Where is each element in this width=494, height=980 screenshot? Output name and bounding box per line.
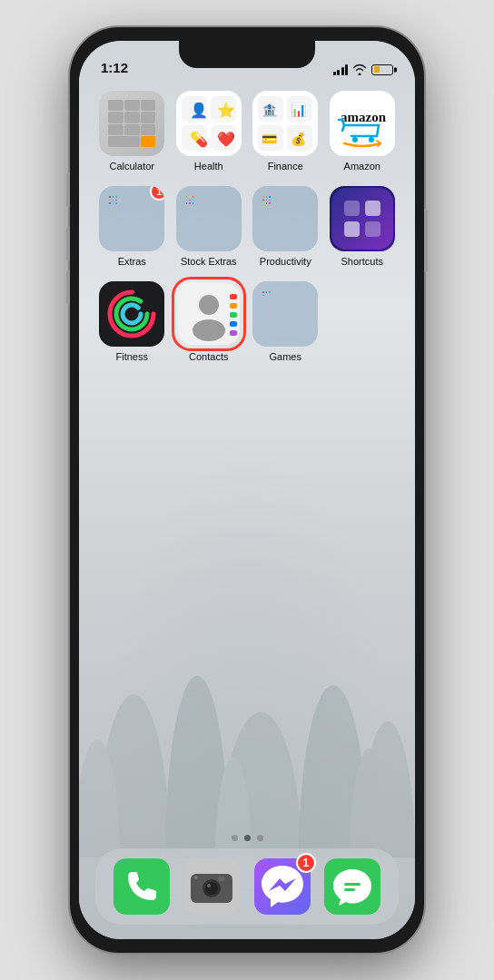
svg-text:❤️: ❤️	[217, 131, 235, 148]
messenger-dock-icon: 1	[254, 858, 311, 915]
shortcuts-label: Shortcuts	[341, 256, 383, 267]
svg-point-28	[352, 137, 358, 142]
contacts-label: Contacts	[189, 351, 228, 362]
app-calculator[interactable]: Calculator	[94, 91, 171, 172]
messenger-badge: 1	[296, 853, 316, 873]
app-extras[interactable]: 1 Extras	[94, 186, 171, 267]
svg-text:💊: 💊	[190, 131, 208, 148]
health-icon: 👤 ⭐ 💊 ❤️	[176, 91, 242, 156]
svg-point-54	[194, 876, 198, 879]
phone-dock-icon	[114, 858, 170, 915]
dock: 1	[95, 848, 399, 925]
app-productivity[interactable]: Productivity	[247, 186, 324, 267]
svg-rect-53	[218, 877, 225, 881]
extras-icon: 1	[99, 186, 164, 251]
app-finance[interactable]: 🏦 📊 💳 💰 Finance	[247, 91, 324, 172]
battery-icon	[371, 64, 393, 75]
amazon-icon: amazon	[330, 91, 395, 156]
svg-rect-32	[365, 201, 380, 216]
app-amazon[interactable]: amazon Amazon	[324, 91, 401, 172]
phone-frame: 1:12	[70, 27, 424, 953]
dock-messages[interactable]	[324, 858, 380, 915]
games-label: Games	[270, 351, 301, 362]
svg-text:💳: 💳	[262, 132, 278, 147]
svg-rect-58	[344, 888, 355, 891]
app-shortcuts[interactable]: Shortcuts	[324, 186, 401, 267]
page-dot-1	[232, 835, 238, 841]
signal-bars-icon	[333, 64, 349, 75]
svg-rect-57	[344, 883, 361, 886]
status-bar: 1:12	[79, 41, 415, 81]
health-label: Health	[194, 161, 223, 172]
status-time: 1:12	[101, 60, 128, 75]
svg-rect-34	[365, 221, 380, 237]
svg-rect-31	[344, 201, 360, 216]
stock-extras-icon	[176, 186, 242, 251]
extras-badge: 1	[150, 186, 164, 201]
productivity-icon	[252, 186, 318, 251]
page-dot-3	[257, 835, 263, 841]
svg-text:💰: 💰	[291, 132, 307, 147]
svg-text:⭐: ⭐	[217, 102, 235, 119]
dock-camera[interactable]	[183, 858, 240, 915]
svg-rect-30	[331, 188, 393, 250]
app-health[interactable]: 👤 ⭐ 💊 ❤️ Health	[171, 91, 248, 172]
svg-rect-33	[344, 221, 360, 237]
camera-dock-icon	[183, 858, 240, 915]
page-dot-2	[244, 835, 251, 841]
wifi-icon	[352, 64, 367, 75]
finance-label: Finance	[268, 161, 303, 172]
calculator-icon	[99, 91, 164, 156]
contacts-icon	[176, 281, 242, 347]
svg-text:amazon: amazon	[341, 110, 387, 124]
shortcuts-icon	[330, 186, 395, 251]
stock-extras-label: Stock Extras	[181, 256, 237, 267]
extras-label: Extras	[118, 256, 146, 267]
svg-point-40	[199, 295, 219, 315]
app-contacts[interactable]: Contacts	[171, 281, 248, 362]
app-fitness[interactable]: Fitness	[94, 281, 171, 362]
app-grid: Calculator 👤 ⭐ 💊	[88, 91, 406, 362]
svg-text:🏦: 🏦	[262, 103, 278, 118]
dock-messenger[interactable]: 1	[254, 858, 311, 915]
status-icons	[333, 64, 394, 75]
amazon-label: Amazon	[344, 161, 380, 172]
svg-text:📊: 📊	[291, 103, 307, 118]
svg-rect-47	[114, 858, 170, 915]
svg-rect-43	[230, 303, 237, 309]
dock-phone[interactable]	[114, 858, 170, 915]
fitness-icon	[99, 281, 164, 347]
phone-screen: 1:12	[79, 41, 415, 939]
svg-rect-42	[230, 294, 237, 299]
messages-dock-icon	[324, 858, 380, 915]
calculator-label: Calculator	[109, 161, 154, 172]
svg-point-29	[369, 137, 374, 142]
svg-point-51	[205, 882, 218, 895]
app-stock-extras[interactable]: Stock Extras	[171, 186, 248, 267]
svg-point-52	[207, 884, 211, 887]
svg-rect-46	[230, 330, 237, 336]
productivity-label: Productivity	[260, 256, 311, 267]
svg-text:👤: 👤	[190, 102, 208, 119]
games-icon	[252, 281, 318, 347]
svg-rect-44	[230, 312, 237, 318]
svg-rect-45	[230, 321, 237, 327]
finance-icon: 🏦 📊 💳 💰	[252, 91, 318, 156]
page-dots	[79, 835, 415, 841]
app-games[interactable]: Games	[247, 281, 324, 362]
fitness-label: Fitness	[116, 351, 148, 362]
svg-point-41	[193, 319, 225, 341]
